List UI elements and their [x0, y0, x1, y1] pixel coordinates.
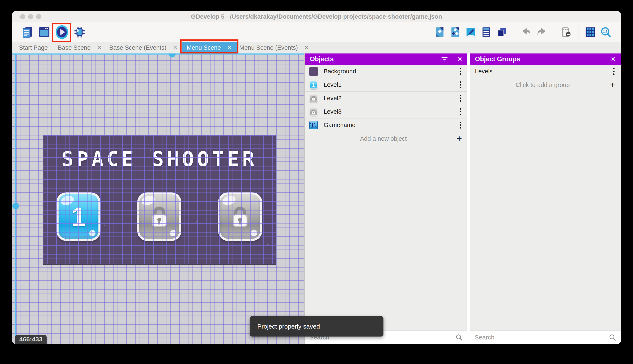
kebab-menu-icon[interactable]: [611, 67, 616, 76]
close-tab-icon[interactable]: ✕: [173, 44, 178, 51]
object-row-background[interactable]: Background: [305, 65, 467, 78]
level1-button-object[interactable]: 1: [57, 192, 101, 241]
search-icon[interactable]: [455, 334, 463, 341]
gdevelop-window: GDevelop 5 - /Users/dkarakay/Documents/G…: [12, 11, 621, 344]
object-name: Level3: [324, 108, 342, 115]
tab-label: Menu Scene (Events): [239, 44, 298, 51]
level3-button-object[interactable]: [218, 192, 262, 241]
close-window-button[interactable]: [20, 14, 25, 19]
tab-label: Menu Scene: [187, 44, 221, 51]
redo-icon[interactable]: [536, 26, 547, 38]
mask-icon[interactable]: [560, 26, 572, 38]
project-manager-icon[interactable]: [22, 26, 34, 38]
lock-icon: [226, 203, 254, 230]
tab-menu-scene[interactable]: Menu Scene ✕: [182, 42, 237, 53]
close-panel-icon[interactable]: ✕: [611, 56, 616, 63]
objects-list-icon[interactable]: [481, 26, 492, 38]
groups-search-bar: [470, 331, 621, 344]
close-panel-icon[interactable]: ✕: [457, 56, 462, 63]
level-buttons-row: 1: [43, 192, 275, 241]
level2-button-object[interactable]: [137, 192, 181, 241]
vertical-scrollbar-thumb[interactable]: [12, 203, 19, 209]
level1-number: 1: [59, 194, 98, 239]
scene-title-text-object[interactable]: SPACE SHOOTER: [43, 148, 275, 171]
tab-base-scene-events[interactable]: Base Scene (Events) ✕: [105, 42, 182, 53]
toolbar-separator: [554, 26, 554, 38]
zoom-window-button[interactable]: [36, 14, 41, 19]
snackbar-toast: Project properly saved: [250, 316, 384, 336]
object-groups-panel: Object Groups ✕ Levels Click to add a gr…: [470, 54, 621, 344]
instances-icon[interactable]: [450, 26, 461, 38]
background-object-icon: [309, 67, 318, 76]
scene-window-icon[interactable]: [38, 26, 50, 38]
objects-panel-title: Objects: [310, 55, 334, 63]
toolbar-separator: [578, 26, 578, 38]
filter-icon[interactable]: [441, 56, 448, 62]
main-toolbar: 1:1: [12, 22, 621, 42]
kebab-menu-icon[interactable]: [458, 121, 463, 129]
horizontal-scrollbar[interactable]: [12, 54, 304, 54]
level1-object-icon: 1: [309, 81, 318, 89]
groups-search-input[interactable]: [475, 334, 609, 341]
object-row-level2[interactable]: Level2: [305, 92, 467, 105]
groups-list: Levels Click to add a group +: [470, 65, 621, 92]
tab-label: Start Page: [19, 44, 48, 51]
object-name: Background: [324, 68, 356, 75]
object-name: Level1: [324, 81, 342, 88]
add-object-label: Add a new object: [310, 135, 457, 142]
toolbar-separator: [514, 26, 514, 38]
objects-list: Background 1 Level1: [305, 65, 467, 145]
kebab-menu-icon[interactable]: [458, 94, 463, 102]
vertical-scrollbar[interactable]: [15, 54, 16, 344]
annotation-box-play: [52, 23, 71, 42]
kebab-menu-icon[interactable]: [458, 80, 463, 89]
horizontal-scrollbar-thumb[interactable]: [169, 54, 176, 58]
play-button-wrapper: [55, 25, 69, 39]
close-tab-icon[interactable]: ✕: [97, 44, 102, 51]
plus-icon[interactable]: +: [610, 80, 615, 90]
window-controls: [20, 14, 41, 19]
kebab-menu-icon[interactable]: [458, 67, 463, 76]
search-icon[interactable]: [609, 334, 616, 341]
object-row-level3[interactable]: Level3: [305, 105, 467, 118]
cursor-coordinates-badge: 466;433: [15, 335, 47, 344]
add-object-row[interactable]: Add a new object +: [305, 132, 467, 145]
level2-object-icon: [309, 94, 318, 102]
panels-divider[interactable]: [467, 54, 470, 344]
add-object-icon[interactable]: [434, 26, 445, 38]
close-tab-icon[interactable]: ✕: [227, 44, 232, 51]
edit-scene-icon[interactable]: [465, 26, 476, 38]
grid-icon[interactable]: [585, 26, 596, 38]
object-row-level1[interactable]: 1 Level1: [305, 78, 467, 92]
editor-tabs: Start Page Base Scene ✕ Base Scene (Even…: [12, 42, 621, 53]
tab-base-scene[interactable]: Base Scene ✕: [55, 42, 105, 53]
lock-icon: [310, 108, 317, 115]
tab-start-page[interactable]: Start Page: [12, 42, 55, 53]
layers-icon[interactable]: [496, 26, 507, 38]
objects-panel-header: Objects ✕: [305, 54, 467, 65]
lock-icon: [310, 95, 317, 102]
object-name: Level2: [324, 95, 342, 102]
kebab-menu-icon[interactable]: [458, 107, 463, 116]
close-tab-icon[interactable]: ✕: [304, 44, 309, 51]
window-title: GDevelop 5 - /Users/dkarakay/Documents/G…: [12, 11, 621, 22]
tab-label: Base Scene: [58, 44, 91, 51]
undo-icon[interactable]: [520, 26, 532, 38]
titlebar: GDevelop 5 - /Users/dkarakay/Documents/G…: [12, 11, 621, 22]
group-name: Levels: [475, 68, 493, 75]
game-scene-preview[interactable]: SPACE SHOOTER 1: [43, 135, 276, 265]
tab-menu-scene-events[interactable]: Menu Scene (Events) ✕: [237, 42, 311, 53]
add-group-row[interactable]: Click to add a group +: [470, 78, 621, 92]
scene-editor-canvas[interactable]: SPACE SHOOTER 1: [12, 54, 304, 344]
object-row-gamename[interactable]: Tx Gamename: [305, 118, 467, 132]
plus-icon[interactable]: +: [457, 134, 462, 143]
group-row-levels[interactable]: Levels: [470, 65, 621, 78]
level3-object-icon: [309, 108, 318, 116]
text-object-icon: Tx: [309, 121, 318, 129]
debug-icon[interactable]: [74, 26, 86, 38]
minimize-window-button[interactable]: [28, 14, 33, 19]
tab-label: Base Scene (Events): [109, 44, 166, 51]
svg-text:1:1: 1:1: [603, 30, 607, 33]
zoom-1-1-icon[interactable]: 1:1: [600, 26, 611, 38]
snackbar-message: Project properly saved: [257, 323, 320, 330]
